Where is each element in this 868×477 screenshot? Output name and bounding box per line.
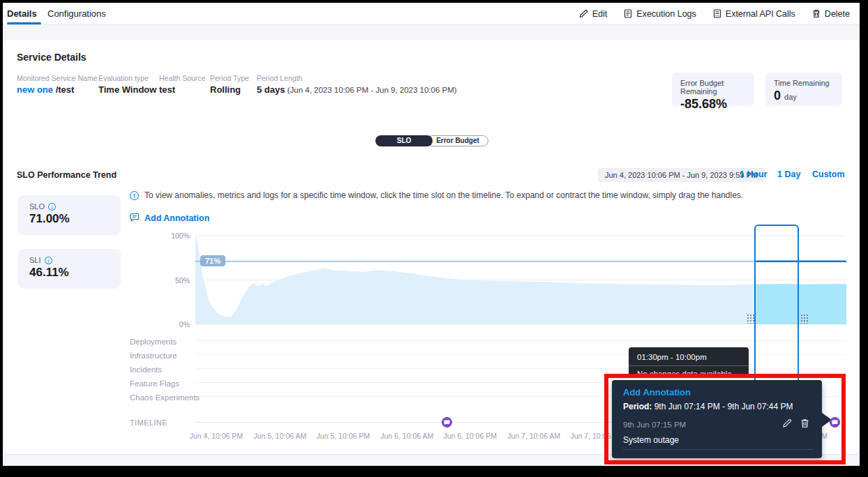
execution-logs-label: Execution Logs <box>636 9 696 19</box>
lane-divider <box>195 368 846 369</box>
timeline-label: TIMELINE <box>130 418 167 427</box>
sli-label: SLI <box>29 256 41 264</box>
field-period-length: Period Length 5 days (Jun 4, 2023 10:06 … <box>257 74 457 95</box>
lane-chaos-experiments: Chaos Experiments <box>130 393 200 402</box>
delete-annotation-icon[interactable] <box>800 418 809 428</box>
field-label: Monitored Service Name <box>17 74 98 82</box>
slo-info-icon[interactable]: i <box>48 203 56 211</box>
delete-label: Delete <box>825 9 850 19</box>
lane-incidents: Incidents <box>130 365 162 374</box>
lane-feature-flags: Feature Flags <box>130 379 179 388</box>
slo-label: SLO <box>29 202 45 211</box>
info-banner: ! To view anomalies, metrics and logs fo… <box>130 190 814 201</box>
annotation-marker-icon[interactable] <box>442 417 452 427</box>
slo-errorbudget-toggle: SLO Error Budget <box>375 135 488 146</box>
field-monitored-service: Monitored Service Name new one /test <box>17 74 98 95</box>
slo-trend-chart[interactable] <box>195 230 846 328</box>
edit-annotation-icon[interactable] <box>782 418 792 428</box>
timeslot-tooltip: 01:30pm - 10:00pm No changes data availa… <box>629 347 749 378</box>
slo-value: 71.00% <box>29 212 110 226</box>
sli-card: SLIi 46.11% <box>18 249 121 289</box>
x-axis-tick: Jun 4, 10:06 PM <box>190 432 243 440</box>
drag-handle-left[interactable] <box>747 314 754 324</box>
trend-title: SLO Performance Trend <box>17 170 117 180</box>
trash-icon <box>812 9 821 18</box>
y-axis-tick: 0% <box>162 320 190 328</box>
monitored-service-link[interactable]: new one <box>17 84 53 95</box>
tooltip-body: No changes data available <box>629 366 749 378</box>
range-1-hour[interactable]: 1 Hour <box>740 169 768 179</box>
objective-chip: 71% <box>200 255 225 266</box>
tooltip-time-range: 01:30pm - 10:00pm <box>629 347 749 365</box>
time-remaining-label: Time Remaining <box>774 79 834 87</box>
service-details-title: Service Details <box>17 52 87 63</box>
annotation-marker-icon[interactable] <box>830 417 840 427</box>
x-axis-tick: Jun 5, 10:06 PM <box>317 432 370 440</box>
pencil-icon <box>579 9 588 18</box>
lane-divider <box>195 340 846 341</box>
time-remaining-unit: day <box>784 93 797 101</box>
edit-label: Edit <box>592 9 608 19</box>
toggle-error-budget[interactable]: Error Budget <box>427 135 488 146</box>
tab-configurations[interactable]: Configurations <box>47 3 106 24</box>
slo-card: SLOi 71.00% <box>18 195 121 235</box>
error-budget-value: -85.68% <box>680 97 746 112</box>
external-api-calls-button[interactable]: External API Calls <box>713 9 795 19</box>
x-axis-tick: Jun 5, 10:06 AM <box>253 432 306 440</box>
annotation-popup: Add Annotation Period: 9th Jun 07:14 PM … <box>612 380 822 458</box>
range-custom[interactable]: Custom <box>812 169 845 179</box>
field-label: Evaluation type <box>98 74 156 82</box>
app-screenshot: Details Configurations Edit Execution Lo… <box>0 0 868 477</box>
lane-deployments: Deployments <box>130 338 177 346</box>
popup-add-annotation-link[interactable]: Add Annotation <box>623 387 691 397</box>
sli-info-icon[interactable]: i <box>45 257 52 264</box>
info-text: To view anomalies, metrics and logs for … <box>144 190 743 201</box>
popup-divider <box>623 449 813 450</box>
annotation-entry-time: 9th Jun 07:15 PM <box>623 421 686 429</box>
edit-button[interactable]: Edit <box>579 9 608 19</box>
header-actions: Edit Execution Logs External API Calls D… <box>579 3 850 24</box>
range-1-day[interactable]: 1 Day <box>777 169 800 179</box>
execution-logs-button[interactable]: Execution Logs <box>624 9 696 19</box>
tab-bar: Details Configurations Edit Execution Lo… <box>3 3 860 25</box>
y-axis-tick: 50% <box>162 276 190 285</box>
drag-handle-right[interactable] <box>800 314 808 324</box>
period-value: 9th Jun 07:14 PM - 9th Jun 07:44 PM <box>652 402 793 411</box>
active-tab-indicator <box>7 22 41 24</box>
field-value: Time Window <box>98 84 156 95</box>
chat-bubble-icon <box>130 212 140 225</box>
info-icon: ! <box>130 191 139 200</box>
period-label: Period: <box>623 402 652 411</box>
sli-value: 46.11% <box>29 266 110 280</box>
field-value-range: (Jun 4, 2023 10:06 PM - Jun 9, 2023 10:0… <box>285 86 456 94</box>
time-remaining-box: Time Remaining 0 day <box>765 73 842 106</box>
x-axis-tick: Jun 6, 10:06 PM <box>443 432 496 440</box>
tab-details-label: Details <box>7 8 37 19</box>
field-value: 5 days <box>257 84 285 95</box>
field-evaluation-type: Evaluation type Time Window <box>98 74 156 95</box>
add-annotation-link[interactable]: Add Annotation <box>130 212 209 225</box>
toggle-slo[interactable]: SLO <box>375 135 433 146</box>
error-budget-label: Error Budget Remaining <box>680 79 746 96</box>
tab-configurations-label: Configurations <box>47 8 106 19</box>
time-remaining-value: 0 <box>774 89 781 103</box>
external-api-calls-label: External API Calls <box>726 9 795 19</box>
x-axis-tick: Jun 6, 10:06 AM <box>380 432 433 440</box>
add-annotation-label: Add Annotation <box>144 213 209 223</box>
field-value: Rolling <box>210 84 249 95</box>
y-axis-tick: 100% <box>162 232 190 240</box>
delete-button[interactable]: Delete <box>812 9 850 19</box>
tab-details[interactable]: Details <box>7 3 37 24</box>
app-viewport: Details Configurations Edit Execution Lo… <box>3 3 860 466</box>
field-value: test <box>159 84 206 95</box>
lane-divider <box>195 354 846 355</box>
lane-infrastructure: Infrastructure <box>130 351 177 360</box>
field-label: Period Length <box>257 74 457 82</box>
field-label: Period Type <box>210 74 249 82</box>
document-icon <box>624 9 632 18</box>
annotation-entry-text: System outage <box>623 435 679 445</box>
field-health-source: Health Source test <box>159 74 206 95</box>
x-axis-tick: Jun 7, 10:06 AM <box>507 432 560 440</box>
error-budget-remaining-box: Error Budget Remaining -85.68% <box>672 73 754 106</box>
field-label: Health Source <box>159 74 206 82</box>
